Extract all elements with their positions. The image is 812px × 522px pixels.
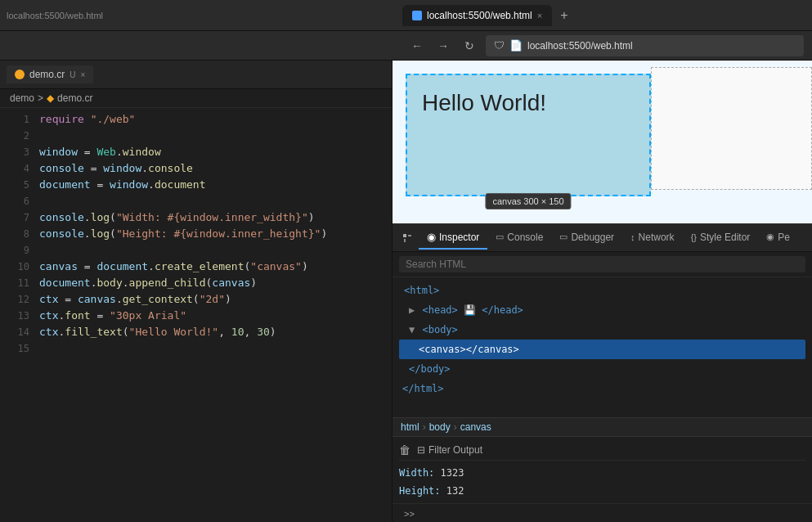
code-line-15: 15 [0,340,392,357]
tree-body-close[interactable]: </body> [399,359,805,379]
collapse-body-icon: ▼ [409,324,420,335]
console-output-area: 🗑 ⊟ Filter Output Width: 1323 Height: 13… [393,436,812,503]
tab-console-label: Console [507,232,543,243]
code-line-3: 3 window = Web.window [0,144,392,160]
filter-label: Filter Output [428,444,482,456]
tab-network[interactable]: ↕ Network [622,227,683,250]
canvas-tooltip-text: canvas 300 × 150 [492,196,563,206]
refresh-btn[interactable]: ↻ [460,36,479,56]
filter-output-btn[interactable]: ⊟ Filter Output [417,444,482,456]
webpage-right-area [651,67,812,190]
debugger-icon: ▭ [559,232,568,242]
code-line-1: 1 require "./web" [0,111,392,128]
hello-world-text: Hello World! [422,90,546,115]
browser-right-panel: Hello World! canvas 300 × 150 ◉ Inspecto… [393,61,812,522]
code-11: document.body.append_child(canvas) [39,275,257,291]
tab-performance-label: Pe [778,232,790,243]
code-5: document = window.document [39,177,206,193]
expand-head-icon: ▶ [409,304,420,316]
code-1: require "./web" [39,111,135,128]
editor-tab-close[interactable]: × [81,70,86,79]
line-num-3: 3 [7,144,29,160]
new-tab-btn[interactable]: + [555,8,572,23]
back-btn[interactable]: ← [407,36,427,56]
code-line-5: 5 document = window.document [0,177,392,193]
expand-btn[interactable]: >> [399,507,419,520]
canvas-element: Hello World! [406,74,651,196]
svg-rect-0 [403,234,406,237]
forward-btn[interactable]: → [433,36,453,56]
devtools-panel: ◉ Inspector ▭ Console ▭ Debugger ↕ Netwo… [393,224,812,522]
code-7: console.log("Width: #{window.inner_width… [39,209,315,226]
code-line-12: 12 ctx = canvas.get_context("2d") [0,291,392,308]
breadcrumb-sep1: > [38,92,43,104]
code-line-6: 6 [0,193,392,209]
line-num-12: 12 [7,291,29,308]
code-editor[interactable]: 1 require "./web" 2 3 window = Web.windo… [0,108,392,522]
line-num-4: 4 [7,160,29,177]
main-area: demo.cr U × demo > ◆ demo.cr 1 require "… [0,61,812,522]
code-14: ctx.fill_text("Hello World!", 10, 30) [39,324,276,340]
editor-title-text: localhost:5500/web.html [7,11,103,20]
tab-inspector[interactable]: ◉ Inspector [419,226,487,250]
breadcrumb-crystal-icon-small: ◆ [47,92,54,104]
code-line-2: 2 [0,128,392,144]
code-line-4: 4 console = window.console [0,160,392,177]
editor-tab-label: demo.cr [29,69,65,80]
line-num-5: 5 [7,177,29,193]
bc-html[interactable]: html [401,421,419,433]
code-line-7: 7 console.log("Width: #{window.inner_wid… [0,209,392,226]
html-search-bar [393,252,812,277]
inspector-icon: ◉ [427,231,436,243]
browser-tab-active[interactable]: localhost:5500/web.html × [402,5,552,26]
line-num-2: 2 [7,128,29,144]
tab-close-btn[interactable]: × [537,11,542,20]
line-num-1: 1 [7,111,29,128]
tree-html-close[interactable]: </html> [399,379,805,398]
console-toolbar: 🗑 ⊟ Filter Output [399,440,805,461]
clear-console-btn[interactable]: 🗑 [399,443,410,457]
network-icon: ↕ [630,232,635,242]
breadcrumb-file: demo.cr [57,92,92,104]
tab-performance[interactable]: ◉ Pe [758,227,798,250]
line-num-11: 11 [7,275,29,291]
editor-tab-u: U [70,70,75,79]
url-bar[interactable]: 🛡 📄 localhost:5500/web.html [486,35,804,56]
webpage-view: Hello World! canvas 300 × 150 [393,61,812,224]
html-tree: <html> ▶ <head> 💾 </head> ▼ <body> <canv… [393,277,812,417]
breadcrumb-demo: demo [10,92,34,104]
address-bar-row: ← → ↻ 🛡 📄 localhost:5500/web.html [0,31,812,61]
tab-debugger[interactable]: ▭ Debugger [551,227,622,250]
bc-sep2: › [454,421,457,433]
page-icon: 📄 [509,39,523,52]
line-num-10: 10 [7,259,29,275]
bc-canvas[interactable]: canvas [460,421,491,433]
tab-style-editor[interactable]: {} Style Editor [683,227,759,250]
code-3: window = Web.window [39,144,161,160]
browser-tab-bar: localhost:5500/web.html localhost:5500/w… [0,0,812,31]
tree-head[interactable]: ▶ <head> 💾 </head> [399,300,805,320]
search-html-input[interactable] [399,256,805,272]
devtools-breadcrumb: html › body › canvas [393,417,812,436]
tree-html[interactable]: <html> [399,281,805,300]
tab-inspector-label: Inspector [439,232,479,243]
tab-title: localhost:5500/web.html [427,10,532,21]
code-10: canvas = document.create_element("canvas… [39,259,308,275]
line-num-9: 9 [7,242,29,259]
code-4: console = window.console [39,160,193,177]
line-num-8: 8 [7,226,29,242]
tab-console[interactable]: ▭ Console [487,227,551,250]
code-line-13: 13 ctx.font = "30px Arial" [0,308,392,324]
line-num-6: 6 [7,193,29,209]
bc-body[interactable]: body [429,421,451,433]
code-line-8: 8 console.log("Height: #{window.inner_he… [0,226,392,242]
crystal-icon [15,70,25,79]
element-picker-btn[interactable] [396,227,419,250]
tree-canvas[interactable]: <canvas></canvas> [399,340,805,359]
tree-body-open[interactable]: ▼ <body> [399,320,805,340]
code-line-10: 10 canvas = document.create_element("can… [0,259,392,275]
code-12: ctx = canvas.get_context("2d") [39,291,231,308]
line-num-15: 15 [7,340,29,357]
tab-favicon [412,11,422,20]
editor-tab-demo-cr[interactable]: demo.cr U × [7,65,93,83]
